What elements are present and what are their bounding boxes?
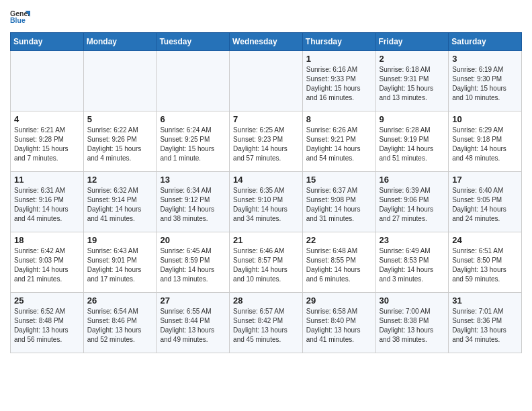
calendar-cell: 14Sunrise: 6:35 AMSunset: 9:10 PMDayligh…	[230, 172, 303, 232]
calendar-cell: 1Sunrise: 6:16 AMSunset: 9:33 PMDaylight…	[302, 51, 375, 111]
calendar-cell: 15Sunrise: 6:37 AMSunset: 9:08 PMDayligh…	[302, 172, 375, 232]
day-info: Sunrise: 6:28 AMSunset: 9:19 PMDaylight:…	[380, 126, 445, 163]
calendar-cell: 13Sunrise: 6:34 AMSunset: 9:12 PMDayligh…	[157, 172, 230, 232]
day-info: Sunrise: 6:46 AMSunset: 8:57 PMDaylight:…	[233, 246, 299, 284]
day-number: 29	[306, 295, 372, 306]
calendar-cell: 24Sunrise: 6:51 AMSunset: 8:50 PMDayligh…	[449, 232, 522, 293]
day-info: Sunrise: 6:48 AMSunset: 8:55 PMDaylight:…	[306, 246, 372, 284]
day-info: Sunrise: 6:29 AMSunset: 9:18 PMDaylight:…	[452, 126, 518, 163]
calendar-cell: 2Sunrise: 6:18 AMSunset: 9:31 PMDaylight…	[375, 51, 449, 111]
calendar-cell: 21Sunrise: 6:46 AMSunset: 8:57 PMDayligh…	[230, 232, 303, 293]
day-info: Sunrise: 6:51 AMSunset: 8:50 PMDaylight:…	[452, 246, 518, 284]
calendar-week-3: 11Sunrise: 6:31 AMSunset: 9:16 PMDayligh…	[11, 172, 522, 232]
day-info: Sunrise: 6:22 AMSunset: 9:26 PMDaylight:…	[87, 126, 153, 163]
calendar-cell	[11, 51, 84, 111]
day-number: 14	[233, 175, 299, 185]
day-number: 7	[233, 114, 299, 124]
calendar-week-5: 25Sunrise: 6:52 AMSunset: 8:48 PMDayligh…	[11, 293, 522, 353]
day-number: 30	[380, 295, 445, 306]
day-number: 6	[160, 114, 226, 124]
calendar-cell: 11Sunrise: 6:31 AMSunset: 9:16 PMDayligh…	[11, 172, 84, 232]
day-number: 4	[14, 114, 80, 124]
calendar-cell: 22Sunrise: 6:48 AMSunset: 8:55 PMDayligh…	[302, 232, 375, 293]
calendar-cell: 31Sunrise: 7:01 AMSunset: 8:36 PMDayligh…	[449, 293, 522, 353]
calendar-cell: 20Sunrise: 6:45 AMSunset: 8:59 PMDayligh…	[157, 232, 230, 293]
day-number: 22	[306, 235, 372, 245]
calendar-week-2: 4Sunrise: 6:21 AMSunset: 9:28 PMDaylight…	[11, 111, 522, 172]
day-info: Sunrise: 6:37 AMSunset: 9:08 PMDaylight:…	[306, 186, 372, 224]
day-info: Sunrise: 6:42 AMSunset: 9:03 PMDaylight:…	[14, 246, 80, 284]
calendar-cell	[157, 51, 230, 111]
calendar-cell	[83, 51, 157, 111]
day-info: Sunrise: 6:21 AMSunset: 9:28 PMDaylight:…	[14, 126, 80, 163]
calendar-cell: 26Sunrise: 6:54 AMSunset: 8:46 PMDayligh…	[83, 293, 157, 353]
calendar-cell: 6Sunrise: 6:24 AMSunset: 9:25 PMDaylight…	[157, 111, 230, 172]
calendar-week-4: 18Sunrise: 6:42 AMSunset: 9:03 PMDayligh…	[11, 232, 522, 293]
day-number: 9	[380, 114, 445, 124]
weekday-header-monday: Monday	[83, 33, 157, 51]
calendar-cell: 19Sunrise: 6:43 AMSunset: 9:01 PMDayligh…	[83, 232, 157, 293]
calendar-body: 1Sunrise: 6:16 AMSunset: 9:33 PMDaylight…	[11, 51, 522, 353]
day-info: Sunrise: 6:31 AMSunset: 9:16 PMDaylight:…	[14, 186, 80, 224]
day-number: 1	[306, 54, 372, 64]
calendar-cell: 30Sunrise: 7:00 AMSunset: 8:38 PMDayligh…	[375, 293, 449, 353]
calendar-table: SundayMondayTuesdayWednesdayThursdayFrid…	[10, 32, 522, 353]
calendar-cell: 7Sunrise: 6:25 AMSunset: 9:23 PMDaylight…	[230, 111, 303, 172]
day-info: Sunrise: 6:58 AMSunset: 8:40 PMDaylight:…	[306, 307, 372, 345]
calendar-cell: 3Sunrise: 6:19 AMSunset: 9:30 PMDaylight…	[449, 51, 522, 111]
calendar-header: SundayMondayTuesdayWednesdayThursdayFrid…	[11, 33, 522, 51]
day-info: Sunrise: 7:01 AMSunset: 8:36 PMDaylight:…	[452, 307, 518, 345]
logo: General Blue	[10, 7, 33, 27]
calendar-cell: 25Sunrise: 6:52 AMSunset: 8:48 PMDayligh…	[11, 293, 84, 353]
day-info: Sunrise: 6:40 AMSunset: 9:05 PMDaylight:…	[452, 186, 518, 224]
page-header: General Blue	[10, 7, 522, 27]
day-info: Sunrise: 6:45 AMSunset: 8:59 PMDaylight:…	[160, 246, 226, 284]
day-number: 28	[233, 295, 299, 306]
logo-icon: General Blue	[10, 7, 30, 27]
day-number: 11	[14, 175, 80, 185]
day-number: 3	[452, 54, 518, 64]
weekday-header-thursday: Thursday	[302, 33, 375, 51]
day-number: 18	[14, 235, 80, 245]
weekday-header-wednesday: Wednesday	[230, 33, 303, 51]
day-number: 26	[87, 295, 153, 306]
weekday-header-tuesday: Tuesday	[157, 33, 230, 51]
day-number: 20	[160, 235, 226, 245]
day-number: 23	[380, 235, 445, 245]
day-number: 19	[87, 235, 153, 245]
calendar-cell: 4Sunrise: 6:21 AMSunset: 9:28 PMDaylight…	[11, 111, 84, 172]
day-info: Sunrise: 6:43 AMSunset: 9:01 PMDaylight:…	[87, 246, 153, 284]
day-number: 15	[306, 175, 372, 185]
day-number: 25	[14, 295, 80, 306]
weekday-header-sunday: Sunday	[11, 33, 84, 51]
calendar-cell: 9Sunrise: 6:28 AMSunset: 9:19 PMDaylight…	[375, 111, 449, 172]
day-info: Sunrise: 6:55 AMSunset: 8:44 PMDaylight:…	[160, 307, 226, 345]
day-info: Sunrise: 6:32 AMSunset: 9:14 PMDaylight:…	[87, 186, 153, 224]
day-number: 5	[87, 114, 153, 124]
day-info: Sunrise: 6:34 AMSunset: 9:12 PMDaylight:…	[160, 186, 226, 224]
day-info: Sunrise: 6:57 AMSunset: 8:42 PMDaylight:…	[233, 307, 299, 345]
calendar-cell: 12Sunrise: 6:32 AMSunset: 9:14 PMDayligh…	[83, 172, 157, 232]
calendar-cell: 16Sunrise: 6:39 AMSunset: 9:06 PMDayligh…	[375, 172, 449, 232]
calendar-cell: 28Sunrise: 6:57 AMSunset: 8:42 PMDayligh…	[230, 293, 303, 353]
day-number: 24	[452, 235, 518, 245]
day-info: Sunrise: 6:16 AMSunset: 9:33 PMDaylight:…	[306, 65, 372, 103]
calendar-cell: 17Sunrise: 6:40 AMSunset: 9:05 PMDayligh…	[449, 172, 522, 232]
day-info: Sunrise: 6:52 AMSunset: 8:48 PMDaylight:…	[14, 307, 80, 345]
calendar-week-1: 1Sunrise: 6:16 AMSunset: 9:33 PMDaylight…	[11, 51, 522, 111]
calendar-cell: 23Sunrise: 6:49 AMSunset: 8:53 PMDayligh…	[375, 232, 449, 293]
calendar-cell: 10Sunrise: 6:29 AMSunset: 9:18 PMDayligh…	[449, 111, 522, 172]
day-number: 13	[160, 175, 226, 185]
day-info: Sunrise: 6:35 AMSunset: 9:10 PMDaylight:…	[233, 186, 299, 224]
calendar-cell: 29Sunrise: 6:58 AMSunset: 8:40 PMDayligh…	[302, 293, 375, 353]
day-info: Sunrise: 6:26 AMSunset: 9:21 PMDaylight:…	[306, 126, 372, 163]
calendar-cell: 8Sunrise: 6:26 AMSunset: 9:21 PMDaylight…	[302, 111, 375, 172]
day-info: Sunrise: 6:18 AMSunset: 9:31 PMDaylight:…	[380, 65, 445, 103]
day-number: 12	[87, 175, 153, 185]
day-info: Sunrise: 7:00 AMSunset: 8:38 PMDaylight:…	[380, 307, 445, 345]
day-info: Sunrise: 6:54 AMSunset: 8:46 PMDaylight:…	[87, 307, 153, 345]
day-number: 16	[380, 175, 445, 185]
day-number: 8	[306, 114, 372, 124]
day-info: Sunrise: 6:49 AMSunset: 8:53 PMDaylight:…	[380, 246, 445, 284]
day-number: 17	[452, 175, 518, 185]
